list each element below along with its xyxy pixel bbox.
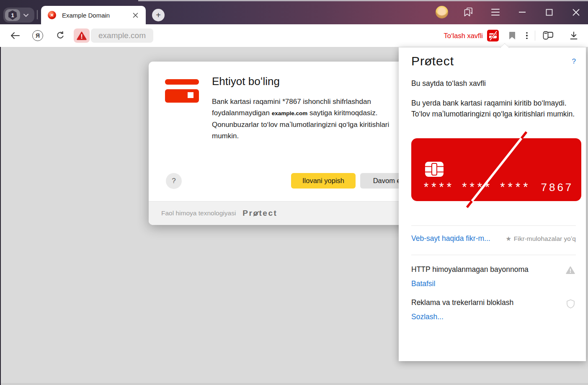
tab-counter-badge: 1 <box>8 10 17 20</box>
dialog-title: Ehtiyot boʻling <box>212 75 280 88</box>
http-section-title: HTTP himoyalanmagan bayonnoma <box>411 265 566 274</box>
shield-icon <box>566 299 575 309</box>
http-details-link[interactable]: Batafsil <box>411 279 566 288</box>
bookmark-icon <box>509 31 516 40</box>
maximize-button[interactable] <box>543 6 555 18</box>
tab-count: 1 <box>11 12 14 18</box>
star-icon: ★ <box>505 235 511 243</box>
profile-avatar[interactable] <box>436 6 448 18</box>
bookmark-more-icon[interactable] <box>524 32 530 39</box>
minimize-button[interactable] <box>516 6 529 18</box>
reload-button[interactable] <box>53 28 68 43</box>
panel-divider-2 <box>411 255 576 255</box>
tabstrip-divider <box>37 10 38 19</box>
http-warning-icon <box>566 266 575 274</box>
feedback-row: Veb-sayt haqida fikr-m... ★ Fikr-mulohaz… <box>411 226 576 251</box>
yandex-home-button[interactable]: Я <box>30 28 45 43</box>
warning-triangle-icon <box>77 31 87 40</box>
tab-example-domain[interactable]: ✕ Example Domain <box>41 6 146 24</box>
page-content: Ehtiyot boʻling Bank kartasi raqamini *7… <box>0 47 588 385</box>
panel-help-link[interactable]: ? <box>572 57 576 66</box>
dialog-footer-text: Faol himoya texnologiyasi <box>161 209 236 217</box>
address-bar[interactable]: example.com <box>91 28 153 43</box>
protect-panel: Protect ? Bu saytda toʻlash xavfli Bu ye… <box>399 47 586 361</box>
titlebar: 1 ✕ Example Domain + <box>0 0 588 24</box>
panel-title: Protect <box>411 54 572 68</box>
panel-status: Bu saytda toʻlash xavfli <box>411 79 576 88</box>
protect-logo: Protect <box>242 209 277 218</box>
side-panels-icon[interactable] <box>462 6 475 18</box>
blocked-card-graphic: **** **** **** 7867 <box>411 131 581 221</box>
toolbar: Я example.com Toʻlash xavfli <box>0 24 588 47</box>
new-tab-button[interactable]: + <box>152 9 165 21</box>
payment-warning-dialog: Ehtiyot boʻling Bank kartasi raqamini *7… <box>149 62 425 225</box>
chevron-down-icon[interactable] <box>23 13 29 17</box>
protect-toolbar-icon[interactable] <box>487 30 499 41</box>
error-favicon-icon: ✕ <box>48 11 56 19</box>
ads-settings-link[interactable]: Sozlash... <box>411 313 566 321</box>
site-danger-badge[interactable] <box>74 28 90 43</box>
downloads-button[interactable] <box>566 28 581 43</box>
http-section: HTTP himoyalanmagan bayonnoma Batafsil <box>411 265 576 288</box>
address-url: example.com <box>98 31 146 40</box>
site-feedback-link[interactable]: Veb-sayt haqida fikr-m... <box>411 234 505 243</box>
dialog-body: Bank kartasi raqamini *7867 ishonchli sh… <box>212 96 414 142</box>
payment-danger-label[interactable]: Toʻlash xavfli <box>444 32 483 40</box>
credit-card-icon <box>165 79 199 103</box>
menu-icon[interactable] <box>489 6 502 18</box>
yandex-logo-icon: Я <box>32 30 43 41</box>
back-button[interactable] <box>8 28 23 43</box>
ads-section: Reklama va trekerlarni bloklash Sozlash.… <box>411 298 576 321</box>
tab-title: Example Domain <box>62 12 131 19</box>
dialog-help-button[interactable]: ? <box>166 173 182 189</box>
panel-description: Bu yerda bank kartasi raqamini kiritib b… <box>411 98 581 119</box>
bookmark-button[interactable] <box>505 28 520 43</box>
card-slash <box>411 131 581 221</box>
tab-close-icon[interactable] <box>131 10 140 20</box>
tab-group-pill[interactable]: 1 <box>3 8 34 23</box>
close-window-button[interactable] <box>570 6 582 18</box>
extensions-button[interactable] <box>540 28 555 43</box>
dialog-footer: Faol himoya texnologiyasi Protect <box>149 201 425 225</box>
tab-counter[interactable]: 1 <box>5 9 20 21</box>
feedback-status: ★ Fikr-mulohazalar yoʻq <box>505 235 576 243</box>
dialog-domain: example.com <box>272 110 308 116</box>
ads-section-title: Reklama va trekerlarni bloklash <box>411 298 566 307</box>
close-app-button[interactable]: Ilovani yopish <box>291 173 356 189</box>
toolbar-divider <box>535 31 535 41</box>
